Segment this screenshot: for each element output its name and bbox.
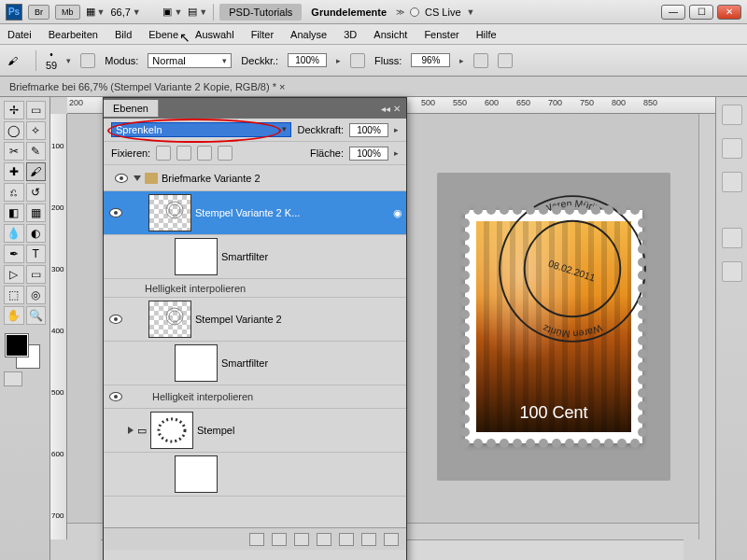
trash-icon[interactable] — [384, 533, 399, 546]
panel-header[interactable]: Ebenen ◂◂ ✕ — [104, 98, 406, 119]
layer-thumb[interactable] — [175, 344, 218, 382]
scrollbar-vertical[interactable] — [698, 114, 715, 539]
heal-tool[interactable]: ✚ — [4, 162, 24, 181]
layer-row[interactable]: Helligkeit interpolieren — [104, 279, 406, 298]
link-icon[interactable]: ▭ — [137, 425, 147, 437]
layer-row[interactable]: Helligkeit interpolieren — [104, 385, 406, 409]
visibility-toggle[interactable] — [107, 388, 124, 405]
layer-row[interactable]: Smartfilter — [104, 342, 406, 385]
layer-thumb[interactable] — [150, 412, 193, 449]
airbrush-icon[interactable] — [473, 53, 488, 68]
link-layers-icon[interactable] — [249, 533, 264, 546]
new-layer-icon[interactable] — [361, 533, 376, 546]
workspace-more-icon[interactable]: ≫ — [396, 7, 404, 17]
stamp-tool[interactable]: ⎌ — [4, 183, 24, 202]
dodge-tool[interactable]: ◐ — [26, 224, 47, 243]
quickmask-toggle[interactable] — [4, 371, 22, 386]
eyedropper-tool[interactable]: ✎ — [26, 142, 47, 161]
menu-bearbeiten[interactable]: Bearbeiten — [49, 29, 98, 40]
path-tool[interactable]: ▷ — [4, 265, 24, 284]
workspace-btn-1[interactable]: PSD-Tutorials — [219, 4, 302, 21]
hand-tool[interactable]: ✋ — [4, 306, 24, 325]
type-tool[interactable]: T — [26, 245, 47, 263]
lock-position-icon[interactable] — [197, 146, 212, 161]
bridge-tab[interactable]: Br — [28, 5, 49, 20]
color-panel-icon[interactable] — [722, 105, 742, 125]
menu-bild[interactable]: Bild — [115, 29, 132, 40]
adjustments-panel-icon[interactable] — [722, 228, 742, 248]
layers-panel[interactable]: Ebenen ◂◂ ✕ Sprenkeln▾ Deckkraft: 100%▸ … — [103, 97, 407, 560]
visibility-toggle[interactable] — [113, 170, 130, 187]
eraser-tool[interactable]: ◧ — [4, 203, 24, 222]
menu-ansicht[interactable]: Ansicht — [374, 29, 407, 40]
swatches-panel-icon[interactable] — [722, 138, 742, 159]
menu-ebene[interactable]: Ebene — [148, 29, 178, 40]
layer-thumb[interactable] — [175, 455, 218, 493]
blur-tool[interactable]: 💧 — [4, 224, 24, 243]
crop-tool[interactable]: ✂ — [4, 142, 24, 161]
cslive-label[interactable]: CS Live — [425, 7, 461, 18]
gradient-tool[interactable]: ▦ — [26, 203, 47, 222]
history-brush-tool[interactable]: ↺ — [26, 183, 47, 202]
zoom-tool[interactable]: 🔍 — [26, 306, 47, 325]
visibility-toggle[interactable] — [107, 311, 124, 328]
lasso-tool[interactable]: ◯ — [4, 121, 24, 140]
marquee-tool[interactable]: ▭ — [26, 101, 47, 119]
workspace-btn-2[interactable]: Grundelemente — [307, 4, 390, 21]
lock-transparent-icon[interactable] — [156, 146, 171, 161]
brush-size-preview[interactable]: •59 — [46, 49, 57, 71]
visibility-toggle[interactable] — [107, 204, 124, 221]
layer-blend-drop[interactable]: Sprenkeln▾ — [111, 122, 291, 137]
expand-icon[interactable] — [128, 427, 134, 434]
brush-tool[interactable]: 🖌 — [26, 162, 47, 181]
expand-icon[interactable] — [134, 175, 141, 181]
wand-tool[interactable]: ✧ — [26, 121, 47, 140]
color-swatch[interactable] — [4, 332, 45, 368]
maximize-button[interactable]: ☐ — [689, 5, 713, 20]
shape-tool[interactable]: ▭ — [26, 265, 47, 284]
film-drop[interactable]: ▦▼ — [86, 6, 106, 18]
brush-panel-icon[interactable] — [80, 53, 95, 68]
menu-fenster[interactable]: Fenster — [424, 29, 458, 40]
brush-tool-icon[interactable]: 🖌 — [7, 51, 26, 70]
menu-datei[interactable]: Datei — [7, 29, 32, 40]
tablet-size-icon[interactable] — [498, 53, 513, 68]
move-tool[interactable]: ✢ — [4, 101, 24, 119]
3d-camera-tool[interactable]: ◎ — [26, 286, 47, 304]
layer-row[interactable] — [104, 453, 406, 497]
layer-row[interactable]: ▭ Stempel — [104, 409, 406, 453]
mb-tab[interactable]: Mb — [55, 5, 80, 20]
panel-collapse-icon[interactable]: ◂◂ ✕ — [375, 104, 406, 114]
layer-thumb[interactable] — [175, 238, 218, 275]
close-button[interactable]: ✕ — [717, 5, 741, 20]
adjustment-icon[interactable] — [317, 533, 331, 546]
blend-mode-drop[interactable]: Normal▾ — [148, 53, 232, 68]
layer-group[interactable]: Briefmarke Variante 2 — [104, 165, 406, 191]
layer-row[interactable]: Stempel Variante 2 K... ◉ — [104, 191, 406, 235]
arrange-drop[interactable]: ▤▼ — [188, 6, 207, 18]
screen-mode-drop[interactable]: ▣▼ — [162, 6, 182, 18]
layer-thumb[interactable] — [148, 301, 191, 338]
3d-tool[interactable]: ⬚ — [4, 286, 24, 304]
lock-all-icon[interactable] — [218, 146, 233, 161]
mask-icon[interactable] — [294, 533, 309, 546]
flow-field[interactable]: 96% — [411, 53, 450, 67]
menu-hilfe[interactable]: Hilfe — [476, 29, 497, 40]
group-icon[interactable] — [339, 533, 354, 546]
opacity-field[interactable]: 100% — [288, 53, 327, 67]
layer-fill-field[interactable]: 100% — [349, 147, 388, 161]
layer-row[interactable]: Smartfilter — [104, 235, 406, 279]
minimize-button[interactable]: — — [661, 5, 685, 20]
menu-3d[interactable]: 3D — [344, 29, 357, 40]
layer-opacity-field[interactable]: 100% — [349, 123, 388, 137]
zoom-drop[interactable]: 66,7▼ — [110, 7, 157, 18]
layer-thumb[interactable] — [148, 194, 191, 231]
pen-tool[interactable]: ✒ — [4, 245, 24, 263]
document-tab[interactable]: Briefmarke bei 66,7% (Stempel Variante 2… — [0, 77, 747, 97]
fx-icon[interactable] — [272, 533, 287, 546]
styles-panel-icon[interactable] — [722, 172, 742, 192]
lock-pixels-icon[interactable] — [176, 146, 191, 161]
tablet-opacity-icon[interactable] — [350, 53, 365, 68]
masks-panel-icon[interactable] — [722, 261, 742, 282]
menu-auswahl[interactable]: Auswahl — [195, 29, 234, 40]
